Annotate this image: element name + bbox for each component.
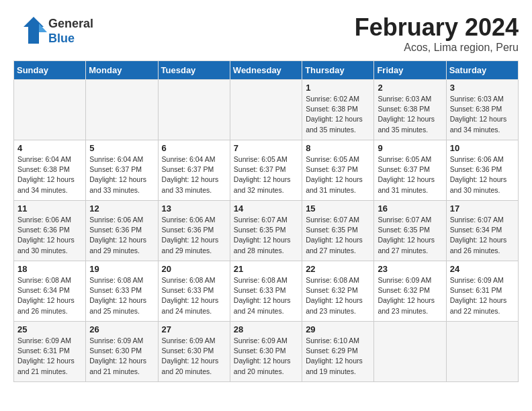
header-cell-friday: Friday [374, 61, 446, 80]
day-number: 14 [234, 203, 298, 214]
logo-text-line1: General [48, 17, 93, 32]
day-number: 12 [89, 203, 154, 214]
day-cell: 13Sunrise: 6:06 AM Sunset: 6:36 PM Dayli… [158, 201, 230, 261]
page-subtitle: Acos, Lima region, Peru [355, 42, 519, 54]
day-info: Sunrise: 6:07 AM Sunset: 6:35 PM Dayligh… [306, 215, 370, 256]
day-cell: 2Sunrise: 6:03 AM Sunset: 6:38 PM Daylig… [374, 80, 446, 140]
logo: General Blue [13, 13, 93, 50]
day-cell [158, 80, 230, 140]
week-row-2: 4Sunrise: 6:04 AM Sunset: 6:38 PM Daylig… [14, 140, 519, 201]
day-number: 4 [17, 143, 82, 153]
day-info: Sunrise: 6:08 AM Sunset: 6:32 PM Dayligh… [306, 275, 370, 316]
day-info: Sunrise: 6:10 AM Sunset: 6:29 PM Dayligh… [306, 336, 370, 377]
svg-marker-1 [39, 24, 47, 32]
day-cell: 21Sunrise: 6:08 AM Sunset: 6:33 PM Dayli… [230, 261, 302, 322]
day-info: Sunrise: 6:04 AM Sunset: 6:38 PM Dayligh… [17, 154, 82, 195]
calendar-table: SundayMondayTuesdayWednesdayThursdayFrid… [13, 60, 519, 382]
day-number: 17 [450, 203, 515, 214]
header-cell-thursday: Thursday [302, 61, 374, 80]
day-cell: 24Sunrise: 6:09 AM Sunset: 6:31 PM Dayli… [446, 261, 518, 322]
day-info: Sunrise: 6:09 AM Sunset: 6:32 PM Dayligh… [378, 275, 442, 316]
day-cell: 28Sunrise: 6:09 AM Sunset: 6:30 PM Dayli… [230, 322, 302, 382]
day-info: Sunrise: 6:08 AM Sunset: 6:33 PM Dayligh… [162, 275, 226, 316]
day-number: 7 [234, 143, 298, 153]
day-cell: 4Sunrise: 6:04 AM Sunset: 6:38 PM Daylig… [14, 140, 86, 201]
logo-icon [13, 13, 47, 47]
day-cell: 18Sunrise: 6:08 AM Sunset: 6:34 PM Dayli… [14, 261, 86, 322]
day-info: Sunrise: 6:07 AM Sunset: 6:34 PM Dayligh… [450, 215, 515, 256]
day-number: 25 [17, 324, 82, 334]
day-cell: 6Sunrise: 6:04 AM Sunset: 6:37 PM Daylig… [158, 140, 230, 201]
day-cell: 23Sunrise: 6:09 AM Sunset: 6:32 PM Dayli… [374, 261, 446, 322]
day-number: 18 [17, 264, 82, 274]
day-info: Sunrise: 6:09 AM Sunset: 6:31 PM Dayligh… [450, 275, 515, 316]
day-info: Sunrise: 6:06 AM Sunset: 6:36 PM Dayligh… [17, 215, 82, 256]
day-cell: 1Sunrise: 6:02 AM Sunset: 6:38 PM Daylig… [302, 80, 374, 140]
day-cell: 15Sunrise: 6:07 AM Sunset: 6:35 PM Dayli… [302, 201, 374, 261]
day-number: 28 [234, 324, 298, 334]
day-number: 27 [162, 324, 226, 334]
day-number: 2 [378, 83, 442, 93]
day-cell: 10Sunrise: 6:06 AM Sunset: 6:36 PM Dayli… [446, 140, 518, 201]
day-info: Sunrise: 6:05 AM Sunset: 6:37 PM Dayligh… [234, 154, 298, 195]
page-title: February 2024 [355, 13, 519, 42]
week-row-4: 18Sunrise: 6:08 AM Sunset: 6:34 PM Dayli… [14, 261, 519, 322]
logo-text-line2: Blue [48, 32, 93, 46]
week-row-5: 25Sunrise: 6:09 AM Sunset: 6:31 PM Dayli… [14, 322, 519, 382]
day-info: Sunrise: 6:06 AM Sunset: 6:36 PM Dayligh… [89, 215, 154, 256]
day-number: 10 [450, 143, 515, 153]
day-number: 23 [378, 264, 442, 274]
day-info: Sunrise: 6:09 AM Sunset: 6:30 PM Dayligh… [89, 336, 154, 377]
day-number: 24 [450, 264, 515, 274]
day-cell: 8Sunrise: 6:05 AM Sunset: 6:37 PM Daylig… [302, 140, 374, 201]
day-info: Sunrise: 6:04 AM Sunset: 6:37 PM Dayligh… [89, 154, 154, 195]
header-cell-saturday: Saturday [446, 61, 518, 80]
day-info: Sunrise: 6:08 AM Sunset: 6:33 PM Dayligh… [89, 275, 154, 316]
day-info: Sunrise: 6:03 AM Sunset: 6:38 PM Dayligh… [378, 94, 442, 135]
day-number: 16 [378, 203, 442, 214]
day-cell [86, 80, 158, 140]
header-cell-sunday: Sunday [14, 61, 86, 80]
day-cell [374, 322, 446, 382]
day-number: 8 [306, 143, 370, 153]
title-block: February 2024 Acos, Lima region, Peru [355, 13, 519, 54]
day-number: 9 [378, 143, 442, 153]
day-number: 1 [306, 83, 370, 93]
day-info: Sunrise: 6:04 AM Sunset: 6:37 PM Dayligh… [162, 154, 226, 195]
day-cell: 12Sunrise: 6:06 AM Sunset: 6:36 PM Dayli… [86, 201, 158, 261]
day-cell: 26Sunrise: 6:09 AM Sunset: 6:30 PM Dayli… [86, 322, 158, 382]
header-cell-tuesday: Tuesday [158, 61, 230, 80]
day-cell [14, 80, 86, 140]
day-info: Sunrise: 6:08 AM Sunset: 6:34 PM Dayligh… [17, 275, 82, 316]
day-info: Sunrise: 6:07 AM Sunset: 6:35 PM Dayligh… [378, 215, 442, 256]
calendar-header-row: SundayMondayTuesdayWednesdayThursdayFrid… [14, 61, 519, 80]
day-number: 11 [17, 203, 82, 214]
day-info: Sunrise: 6:03 AM Sunset: 6:38 PM Dayligh… [450, 94, 515, 135]
day-number: 13 [162, 203, 226, 214]
day-cell: 25Sunrise: 6:09 AM Sunset: 6:31 PM Dayli… [14, 322, 86, 382]
header-cell-wednesday: Wednesday [230, 61, 302, 80]
day-info: Sunrise: 6:05 AM Sunset: 6:37 PM Dayligh… [306, 154, 370, 195]
day-number: 21 [234, 264, 298, 274]
day-cell: 17Sunrise: 6:07 AM Sunset: 6:34 PM Dayli… [446, 201, 518, 261]
day-cell: 7Sunrise: 6:05 AM Sunset: 6:37 PM Daylig… [230, 140, 302, 201]
day-number: 26 [89, 324, 154, 334]
day-cell: 20Sunrise: 6:08 AM Sunset: 6:33 PM Dayli… [158, 261, 230, 322]
day-number: 3 [450, 83, 515, 93]
week-row-1: 1Sunrise: 6:02 AM Sunset: 6:38 PM Daylig… [14, 80, 519, 140]
day-cell: 16Sunrise: 6:07 AM Sunset: 6:35 PM Dayli… [374, 201, 446, 261]
day-number: 6 [162, 143, 226, 153]
day-cell: 29Sunrise: 6:10 AM Sunset: 6:29 PM Dayli… [302, 322, 374, 382]
day-info: Sunrise: 6:09 AM Sunset: 6:31 PM Dayligh… [17, 336, 82, 377]
day-cell: 9Sunrise: 6:05 AM Sunset: 6:37 PM Daylig… [374, 140, 446, 201]
day-number: 5 [89, 143, 154, 153]
day-cell [230, 80, 302, 140]
day-number: 20 [162, 264, 226, 274]
day-info: Sunrise: 6:08 AM Sunset: 6:33 PM Dayligh… [234, 275, 298, 316]
calendar-body: 1Sunrise: 6:02 AM Sunset: 6:38 PM Daylig… [14, 80, 519, 382]
day-info: Sunrise: 6:09 AM Sunset: 6:30 PM Dayligh… [234, 336, 298, 377]
day-cell [446, 322, 518, 382]
day-cell: 22Sunrise: 6:08 AM Sunset: 6:32 PM Dayli… [302, 261, 374, 322]
day-info: Sunrise: 6:02 AM Sunset: 6:38 PM Dayligh… [306, 94, 370, 135]
day-cell: 5Sunrise: 6:04 AM Sunset: 6:37 PM Daylig… [86, 140, 158, 201]
